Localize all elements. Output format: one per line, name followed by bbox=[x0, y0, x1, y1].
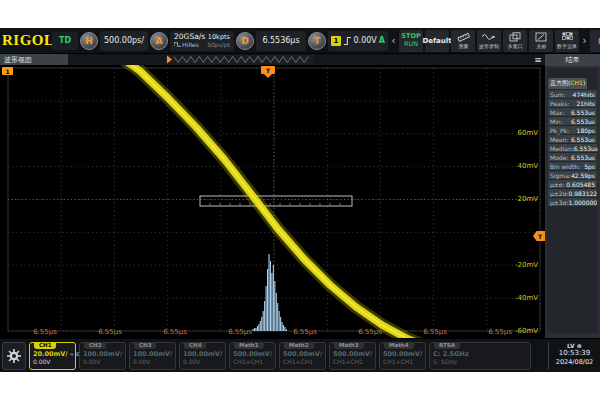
measure-label: 测量 bbox=[458, 43, 468, 49]
channel-tab: CH3 bbox=[134, 342, 156, 349]
channel-scale: 100.00mV/ bbox=[183, 350, 222, 358]
statusbar-divider bbox=[548, 342, 549, 370]
trigger-source-badge: 1 bbox=[331, 36, 341, 46]
wave-record-label: 波形录制 bbox=[479, 43, 499, 49]
t-axis-label: 6.55µs bbox=[98, 328, 122, 336]
stat-row: Mode:6.553us bbox=[548, 153, 597, 161]
histogram-range-box bbox=[200, 196, 352, 206]
v-axis-label: -20mV bbox=[515, 261, 538, 269]
channel-tab: Math3 bbox=[334, 342, 364, 349]
multiwindow-label: 多窗口 bbox=[508, 43, 523, 49]
results-body: 直方图(CH1) Sum:474hitsPeaks:21hitsMax:6.55… bbox=[547, 68, 598, 333]
dvm-button[interactable]: 数字运算 bbox=[555, 30, 579, 52]
histogram-tab-suffix: ) bbox=[583, 79, 585, 86]
rtsa-center-freq: C: 2.5GHz bbox=[433, 350, 527, 358]
channel-tab: CH2 bbox=[84, 342, 106, 349]
stat-row: Peaks:21hits bbox=[548, 99, 597, 107]
cursor-icon bbox=[535, 32, 547, 42]
t-axis-label: 6.55µs bbox=[33, 328, 57, 336]
square-wave-icon bbox=[174, 41, 181, 48]
channel-box-ch1[interactable]: CH120.00mV/≈Ω0.00V bbox=[29, 342, 76, 370]
trigger-knob[interactable]: T bbox=[308, 32, 326, 50]
v-axis-label: 40mV bbox=[517, 162, 538, 170]
delay-value[interactable]: 6.5536µs bbox=[256, 31, 306, 51]
overview-position-marker bbox=[167, 56, 172, 64]
screenshot-page: RIGOL TD H 500.00ps/ A 20GSa/s HiRes 10k… bbox=[0, 0, 600, 400]
channel-offset: CH1+CH1 bbox=[333, 358, 372, 365]
histogram-result-tab[interactable]: 直方图(CH1) bbox=[548, 78, 587, 89]
toolbar-scroll-right[interactable]: › bbox=[581, 35, 588, 46]
stop-label: STOP bbox=[401, 33, 420, 40]
channel-offset: 0.00V bbox=[183, 358, 222, 365]
channel-tab: CH1 bbox=[34, 342, 56, 349]
cursor-label: 光标 bbox=[536, 43, 546, 49]
acquire-knob[interactable]: A bbox=[150, 32, 168, 50]
refresh-button[interactable] bbox=[590, 30, 600, 52]
measure-button[interactable]: 测量 bbox=[451, 30, 475, 52]
default-label: Default bbox=[422, 37, 451, 45]
trigger-status-button[interactable]: TD bbox=[52, 32, 78, 50]
channel-box-ch4[interactable]: CH4100.00mV/0.00V bbox=[179, 342, 226, 370]
waveform-overview-strip[interactable] bbox=[166, 55, 314, 64]
wave-record-button[interactable]: 波形录制 bbox=[477, 30, 501, 52]
multiwindow-button[interactable]: 多窗口 bbox=[503, 30, 527, 52]
v-axis-label: 60mV bbox=[517, 129, 538, 137]
memory-depth: 10kpts bbox=[207, 33, 230, 41]
channel-box-math4[interactable]: Math4500.00mV/CH1+CH1 bbox=[379, 342, 426, 370]
channel-scale: 500.00mV/ bbox=[333, 350, 372, 358]
channel-box-math1[interactable]: Math1500.00mV/CH1+CH1 bbox=[229, 342, 276, 370]
default-button[interactable]: Default bbox=[425, 30, 449, 52]
refresh-icon bbox=[596, 34, 600, 48]
stat-row: Pk_Pk:180ps bbox=[548, 126, 597, 134]
timebase-value[interactable]: 500.00ps/ bbox=[100, 31, 148, 51]
channel-tab: CH4 bbox=[184, 342, 206, 349]
toolbar-scroll-left[interactable]: ‹ bbox=[390, 35, 397, 46]
cursor-button[interactable]: 光标 bbox=[529, 30, 553, 52]
t-axis-label: 6.55µs bbox=[423, 328, 447, 336]
waveform-display-area[interactable]: 60mV40mV20mV-20mV-40mV-60mV 6.55µs6.55µs… bbox=[0, 65, 545, 338]
settings-button[interactable] bbox=[2, 342, 26, 370]
top-toolbar: RIGOL TD H 500.00ps/ A 20GSa/s HiRes 10k… bbox=[0, 28, 600, 54]
results-panel: 结果 直方图(CH1) Sum:474hitsPeaks:21hitsMax:6… bbox=[545, 54, 600, 338]
system-date: 2024/08/02 bbox=[551, 358, 598, 366]
channel-tab: Math4 bbox=[384, 342, 414, 349]
run-stop-button[interactable]: STOP RUN bbox=[399, 30, 423, 52]
oscilloscope-screen: RIGOL TD H 500.00ps/ A 20GSa/s HiRes 10k… bbox=[0, 28, 600, 372]
time-per-point: 50ps/pt bbox=[207, 41, 230, 49]
stat-row: Median:6.553us bbox=[548, 144, 597, 152]
t-axis-label: 6.55µs bbox=[228, 328, 252, 336]
menu-icon[interactable]: ≡ bbox=[531, 54, 545, 65]
stat-row: Sum:474hits bbox=[548, 90, 597, 98]
trigger-info[interactable]: 1 0.00V A bbox=[328, 31, 388, 51]
trigger-position-marker[interactable]: T bbox=[261, 66, 275, 74]
rigol-logo: RIGOL bbox=[2, 32, 50, 49]
t-axis-label: 6.55µs bbox=[358, 328, 382, 336]
beeper-icon: ⊕ bbox=[577, 342, 582, 349]
stat-row: Max:6.553us bbox=[548, 108, 597, 116]
v-axis-label: 20mV bbox=[517, 195, 538, 203]
channel-status-bar: CH120.00mV/≈Ω0.00VCH2100.00mV/0.00VCH310… bbox=[0, 338, 600, 372]
rtsa-box[interactable]: RTSA C: 2.5GHz S: 5GHz bbox=[429, 342, 531, 370]
channel-box-ch3[interactable]: CH3100.00mV/0.00V bbox=[129, 342, 176, 370]
channel-box-math3[interactable]: Math3500.00mV/CH1+CH1 bbox=[329, 342, 376, 370]
stat-row: μ±σ:0.605485 bbox=[548, 180, 597, 188]
channel1-marker[interactable]: 1 bbox=[2, 67, 13, 75]
tab-waveform-view[interactable]: 波形视图 bbox=[0, 54, 68, 65]
stat-row: μ±2σ:0.983122 bbox=[548, 189, 597, 197]
t-axis-label: 6.55µs bbox=[163, 328, 187, 336]
acquire-info[interactable]: 20GSa/s HiRes 10kpts 50ps/pt bbox=[170, 31, 234, 51]
channel-scale: 500.00mV/ bbox=[233, 350, 272, 358]
run-label: RUN bbox=[404, 41, 418, 48]
rtsa-span: S: 5GHz bbox=[433, 358, 527, 365]
stat-row: μ±3σ:1.000000 bbox=[548, 198, 597, 206]
channel-box-math2[interactable]: Math2500.00mV/CH1+CH1 bbox=[279, 342, 326, 370]
delay-knob[interactable]: D bbox=[236, 32, 254, 50]
horizontal-knob[interactable]: H bbox=[80, 32, 98, 50]
channel-box-ch2[interactable]: CH2100.00mV/0.00V bbox=[79, 342, 126, 370]
results-title: 结果 bbox=[545, 54, 600, 66]
channel-scale: 500.00mV/ bbox=[383, 350, 422, 358]
t-axis-label: 6.55µs bbox=[293, 328, 317, 336]
clock-box[interactable]: LV ⊕ 10:53:39 2024/08/02 bbox=[551, 342, 598, 370]
rising-edge-icon bbox=[343, 36, 352, 46]
trigger-level-value: 0.00V bbox=[354, 36, 377, 45]
